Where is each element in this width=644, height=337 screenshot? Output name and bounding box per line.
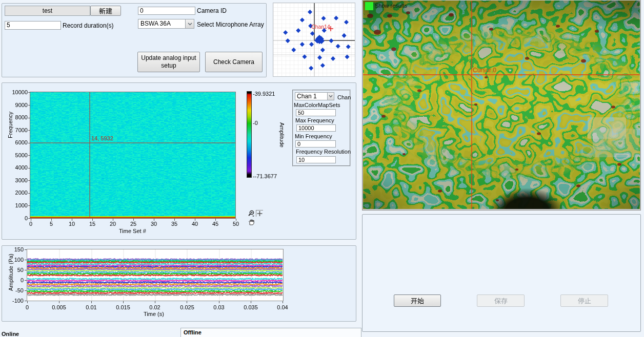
svg-text:Cursor 0: Cursor 0 (473, 67, 496, 74)
svg-text:Chan14: Chan14 (311, 24, 330, 30)
svg-text:14, 5932: 14, 5932 (91, 135, 113, 141)
svg-text:Show results: Show results (375, 3, 407, 9)
